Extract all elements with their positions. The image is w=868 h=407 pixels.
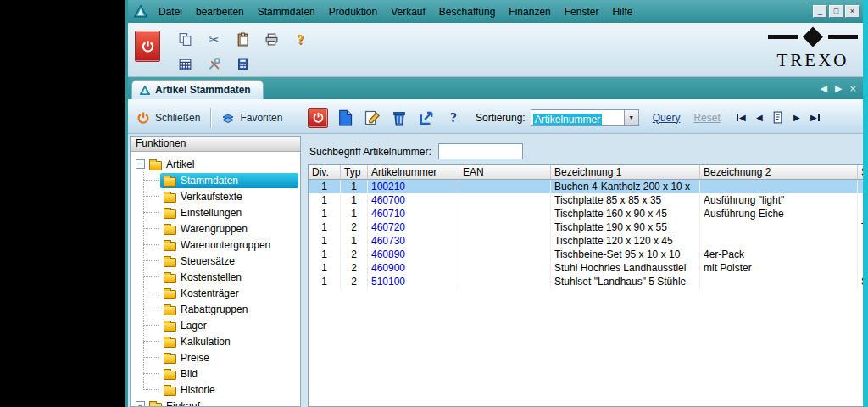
tree-item-label: Preise	[181, 352, 209, 364]
table-row[interactable]: 11100210Buchen 4-Kantholz 200 x 10 x	[309, 180, 863, 193]
tree-item-label: Einstellungen	[181, 207, 242, 219]
menu-item-hilfe[interactable]: Hilfe	[605, 4, 639, 20]
brand-diamond-icon	[768, 27, 858, 50]
cell-bezeichnung1: Stuhl Hochries Landhausstiel	[551, 261, 700, 275]
tab-artikel-stammdaten[interactable]: Artikel Stammdaten	[131, 80, 264, 99]
cell-typ: 1	[341, 180, 368, 193]
search-input[interactable]	[438, 143, 523, 159]
cell-su	[858, 234, 863, 248]
table-row[interactable]: 11460710Tischplatte 160 x 90 x 45Ausführ…	[309, 207, 863, 220]
help-button[interactable]: ?	[443, 108, 464, 128]
tree-item-steuersätze[interactable]: Steuersätze	[143, 253, 298, 269]
tab-scroll-left-icon[interactable]: ◀	[820, 83, 826, 94]
table-row[interactable]: 11460730Tischplatte 120 x 120 x 45	[309, 234, 863, 248]
tree-root-einkauf[interactable]: − Einkauf	[132, 398, 298, 407]
tab-close-icon[interactable]: ×	[849, 82, 856, 95]
cut-button[interactable]: ✂	[206, 31, 222, 47]
favorites-button[interactable]: Favoriten	[221, 111, 282, 125]
cell-ean	[459, 234, 551, 248]
table-row[interactable]: 12510100Stuhlset "Landhaus" 5 StühleStu	[309, 275, 863, 288]
cell-div: 1	[309, 234, 341, 248]
close-panel-button[interactable]: Schließen	[136, 111, 200, 125]
tree-item-rabattgruppen[interactable]: Rabattgruppen	[143, 301, 298, 317]
folder-icon	[164, 290, 176, 299]
calculator-button[interactable]	[235, 56, 251, 72]
edit-record-button[interactable]	[362, 108, 382, 128]
nav-first-button[interactable]: ◀	[732, 109, 749, 126]
calendar-button[interactable]	[177, 56, 193, 72]
tree-item-bild[interactable]: Bild	[143, 365, 298, 382]
tree-item-kostenstellen[interactable]: Kostenstellen	[143, 269, 298, 285]
paste-button[interactable]	[235, 31, 251, 47]
menu-item-verkauf[interactable]: Verkauf	[384, 4, 432, 20]
nav-next-button[interactable]: ▶	[788, 109, 805, 126]
menu-item-fenster[interactable]: Fenster	[558, 4, 606, 20]
tools-button[interactable]	[206, 56, 222, 72]
cell-ean	[459, 193, 551, 207]
tree-item-lager[interactable]: Lager	[143, 317, 298, 333]
column-header-bezeichnung2[interactable]: Bezeichnung 2	[700, 165, 858, 179]
dropdown-arrow-icon[interactable]: ▼	[624, 110, 638, 125]
menu-item-finanzen[interactable]: Finanzen	[502, 4, 557, 20]
tree-item-label: Rabattgruppen	[181, 304, 248, 315]
tree-item-preise[interactable]: Preise	[143, 349, 298, 365]
nav-current-record-button[interactable]	[770, 109, 787, 126]
collapse-icon[interactable]: −	[136, 159, 145, 169]
tree-item-historie[interactable]: Historie	[143, 382, 298, 398]
column-header-typ[interactable]: Typ	[341, 165, 368, 179]
tree-item-label: Steuersätze	[181, 255, 235, 267]
restore-button[interactable]: □	[829, 5, 843, 18]
open-folder-icon	[149, 161, 162, 170]
cell-bezeichnung2: Ausführung "light"	[700, 193, 858, 207]
tree-item-warenuntergruppen[interactable]: Warenuntergruppen	[143, 237, 298, 253]
cell-artikelnummer: 460700	[368, 193, 459, 207]
cell-ean	[459, 207, 551, 220]
cell-artikelnummer: 460720	[368, 220, 459, 234]
new-record-button[interactable]	[335, 108, 355, 128]
tree-item-inner: Einstellungen	[160, 205, 298, 220]
query-link[interactable]: Query	[653, 112, 681, 124]
column-header-bezeichnung1[interactable]: Bezeichnung 1	[551, 165, 700, 179]
menu-item-beschaffung[interactable]: Beschaffung	[432, 4, 503, 20]
export-record-button[interactable]	[416, 108, 437, 128]
exit-application-button[interactable]	[135, 31, 160, 62]
table-row[interactable]: 11460700Tischplatte 85 x 85 x 35Ausführu…	[309, 193, 863, 207]
menu-item-stammdaten[interactable]: Stammdaten	[251, 4, 322, 20]
close-record-button[interactable]	[308, 108, 328, 128]
delete-record-button[interactable]	[389, 108, 409, 128]
tree-root-artikel[interactable]: − Artikel	[132, 156, 298, 172]
sort-dropdown-field: Artikelnummer	[531, 110, 624, 125]
copy-button[interactable]	[177, 31, 193, 47]
table-row[interactable]: 12460890Tischbeine-Set 95 x 10 x 104er-P…	[309, 248, 863, 261]
tree-item-verkaufstexte[interactable]: Verkaufstexte	[143, 188, 298, 204]
table-row[interactable]: 12460720Tischplatte 190 x 90 x 55Tis	[309, 220, 863, 234]
content-toolbar: ? Sortierung: Artikelnummer ▼ Query Rese…	[303, 108, 863, 128]
table-row[interactable]: 12460900Stuhl Hochries Landhausstielmit …	[309, 261, 863, 275]
column-header-div[interactable]: Div.	[309, 165, 341, 179]
nav-last-button[interactable]: ▶	[807, 109, 824, 126]
tree-item-kalkulation[interactable]: Kalkulation	[143, 333, 298, 349]
tree-item-stammdaten[interactable]: Stammdaten	[143, 172, 298, 188]
reset-link[interactable]: Reset	[693, 112, 720, 124]
tab-scroll-right-icon[interactable]: ▶	[835, 83, 842, 94]
help-button[interactable]: ?	[292, 31, 309, 47]
column-header-artikelnummer[interactable]: Artikelnummer	[368, 165, 459, 179]
sort-dropdown[interactable]: Artikelnummer ▼	[531, 109, 639, 126]
minimize-button[interactable]: _	[813, 5, 827, 18]
tree-item-kostenträger[interactable]: Kostenträger	[143, 285, 298, 301]
column-header-ean[interactable]: EAN	[459, 165, 551, 179]
last-bar-icon	[818, 114, 820, 121]
column-header-su[interactable]: Su	[858, 165, 863, 179]
tree-item-warengruppen[interactable]: Warengruppen	[143, 220, 298, 237]
nav-prev-button[interactable]: ◀	[751, 109, 768, 126]
tree-item-einstellungen[interactable]: Einstellungen	[143, 204, 298, 220]
menu-item-datei[interactable]: Datei	[152, 4, 189, 20]
menu-item-bearbeiten[interactable]: bearbeiten	[189, 4, 251, 20]
menu-item-produktion[interactable]: Produktion	[322, 4, 384, 20]
cell-ean	[459, 220, 551, 234]
print-button[interactable]	[264, 31, 280, 47]
collapse-icon[interactable]: −	[136, 401, 145, 407]
folder-icon	[164, 226, 176, 235]
close-window-button[interactable]: ×	[845, 5, 860, 18]
cell-bezeichnung2: 4er-Pack	[700, 248, 858, 261]
